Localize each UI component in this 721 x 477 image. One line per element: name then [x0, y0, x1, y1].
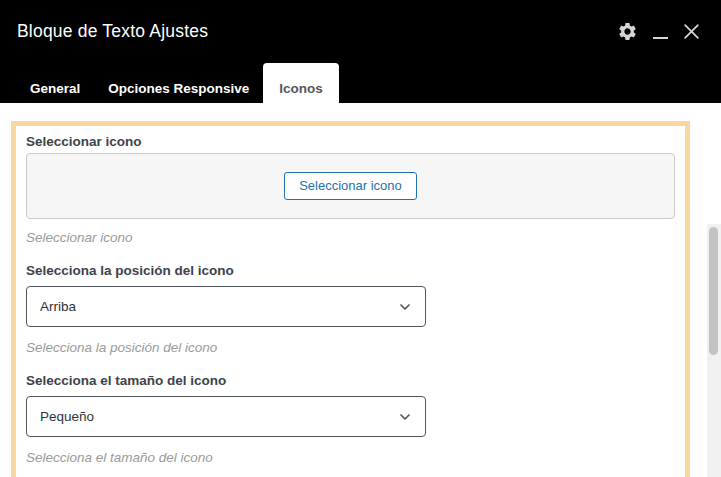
icon-position-label: Selecciona la posición del icono: [26, 263, 675, 278]
settings-panel: Seleccionar icono Seleccionar icono Sele…: [11, 121, 690, 477]
tab-iconos[interactable]: Iconos: [263, 63, 339, 103]
tab-opciones-responsive[interactable]: Opciones Responsive: [94, 63, 263, 103]
modal-titlebar: Bloque de Texto Ajustes General Opciones…: [0, 0, 721, 103]
icon-size-select[interactable]: Pequeño: [26, 396, 426, 437]
scrollbar-thumb[interactable]: [709, 227, 718, 355]
close-icon[interactable]: [683, 19, 700, 43]
select-icon-button[interactable]: Seleccionar icono: [284, 172, 417, 200]
tab-panel-iconos: Seleccionar icono Seleccionar icono Sele…: [0, 121, 721, 477]
gear-icon[interactable]: [617, 19, 638, 43]
vertical-scrollbar[interactable]: [707, 224, 721, 477]
icon-picker-helper: Seleccionar icono: [26, 230, 675, 245]
page-title: Bloque de Texto Ajustes: [17, 21, 208, 42]
icon-size-helper: Selecciona el tamaño del icono: [26, 450, 675, 465]
icon-picker-box: Seleccionar icono: [26, 153, 675, 219]
icon-size-label: Selecciona el tamaño del icono: [26, 373, 675, 388]
chevron-down-icon: [398, 300, 412, 314]
minimize-icon[interactable]: [653, 19, 668, 43]
icon-position-helper: Selecciona la posición del icono: [26, 340, 675, 355]
tab-bar: General Opciones Responsive Iconos: [0, 63, 721, 103]
icon-position-select[interactable]: Arriba: [26, 286, 426, 327]
chevron-down-icon: [398, 410, 412, 424]
icon-position-value: Arriba: [40, 299, 76, 314]
window-controls: [617, 19, 700, 43]
tab-general[interactable]: General: [16, 63, 94, 103]
icon-picker-label: Seleccionar icono: [26, 134, 675, 149]
icon-size-value: Pequeño: [40, 409, 94, 424]
